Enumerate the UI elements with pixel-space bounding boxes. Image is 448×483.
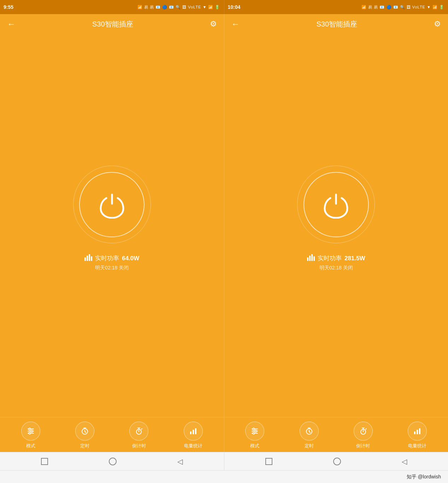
- right-power-button[interactable]: [303, 172, 369, 237]
- right-settings-button[interactable]: ⚙: [434, 19, 441, 29]
- left-nav-circle[interactable]: [109, 458, 117, 465]
- svg-rect-23: [190, 431, 191, 434]
- status-bar-left: 9:55 📶 易 易 📧 🔵 📧 🔍 🖼 VoLTE ▼ 📶 🔋: [0, 0, 224, 14]
- svg-rect-1: [87, 256, 88, 261]
- right-mode-icon-circle: [245, 422, 264, 441]
- signal-icons-right: 📶 易 易 📧 🔵 📧 🔍 🖼 VoLTE ▼ 📶 🔋: [361, 5, 444, 10]
- right-toolbar-mode[interactable]: 模式: [244, 422, 265, 449]
- left-nav-square[interactable]: [41, 458, 48, 465]
- left-stopwatch-icon: [135, 427, 143, 435]
- svg-line-34: [309, 431, 310, 433]
- svg-point-11: [29, 428, 30, 430]
- right-panel: ← S30智能插座 ⚙: [224, 14, 448, 417]
- svg-point-31: [253, 433, 255, 434]
- signal-icons-left: 📶 易 易 📧 🔵 📧 🔍 🖼 VoLTE ▼ 📶 🔋: [137, 5, 220, 10]
- bottom-toolbar-row: 模式 定时: [0, 417, 448, 452]
- left-power-button[interactable]: [79, 172, 145, 237]
- svg-rect-7: [313, 256, 315, 261]
- right-nav-square[interactable]: [265, 458, 272, 465]
- right-nav-bar: ◁: [224, 452, 448, 470]
- left-stats-label: 电量统计: [184, 443, 202, 449]
- svg-point-13: [29, 433, 30, 434]
- left-settings-button[interactable]: ⚙: [210, 19, 217, 29]
- left-toolbar: 模式 定时: [0, 417, 224, 452]
- watermark-bar: 知乎 @lordwish: [0, 470, 448, 483]
- left-chart-svg: [84, 254, 92, 261]
- left-countdown-icon-circle: [129, 422, 148, 441]
- status-time-left: 9:55: [4, 4, 13, 10]
- svg-rect-24: [193, 430, 194, 434]
- right-outer-ring: [297, 166, 375, 243]
- right-toolbar-timer[interactable]: 定时: [299, 422, 320, 449]
- status-bar-right: 10:04 📶 易 易 📧 🔵 📧 🔍 🖼 VoLTE ▼ 📶 🔋: [224, 0, 448, 14]
- right-toolbar-countdown[interactable]: 倒计时: [353, 422, 374, 449]
- right-bar-chart-icon: [307, 254, 315, 263]
- svg-rect-6: [311, 254, 313, 261]
- right-power-row: 实时功率 281.5W: [307, 254, 365, 263]
- right-back-button[interactable]: ←: [231, 19, 240, 29]
- left-title: S30智能插座: [92, 19, 133, 29]
- right-nav-back[interactable]: ◁: [402, 457, 407, 466]
- status-bar-row: 9:55 📶 易 易 📧 🔵 📧 🔍 🖼 VoLTE ▼ 📶 🔋 10:04 📶…: [0, 0, 448, 14]
- svg-rect-0: [84, 257, 86, 261]
- right-power-value: 281.5W: [344, 255, 365, 262]
- left-schedule: 明天02:18 关闭: [95, 265, 129, 271]
- left-toolbar-mode[interactable]: 模式: [20, 422, 41, 449]
- svg-rect-42: [417, 430, 418, 434]
- right-title: S30智能插座: [316, 19, 357, 29]
- right-barchart-icon: [413, 427, 422, 435]
- svg-rect-43: [419, 428, 420, 434]
- left-barchart-icon: [189, 427, 198, 435]
- left-nav-bar: ◁: [0, 452, 224, 470]
- right-chart-svg: [307, 254, 315, 261]
- right-header: ← S30智能插座 ⚙: [224, 14, 448, 34]
- right-timer-label: 定时: [305, 443, 314, 449]
- svg-line-40: [366, 429, 366, 429]
- left-timer-icon-circle: [75, 422, 94, 441]
- right-nav-circle[interactable]: [333, 458, 341, 465]
- right-schedule: 明天02:18 关闭: [319, 265, 353, 271]
- right-stopwatch-icon: [359, 427, 367, 435]
- right-toolbar: 模式 定时: [224, 417, 448, 452]
- svg-point-29: [253, 428, 255, 430]
- svg-rect-5: [309, 256, 311, 261]
- left-outer-ring: [73, 166, 151, 243]
- right-countdown-label: 倒计时: [356, 443, 370, 449]
- time-right: 10:04: [228, 4, 241, 10]
- right-clock-icon: [305, 427, 313, 435]
- status-time-right: 10:04: [228, 4, 241, 10]
- left-mode-label: 模式: [26, 443, 35, 449]
- svg-rect-3: [91, 256, 92, 261]
- left-timer-label: 定时: [80, 443, 89, 449]
- left-mode-icon-circle: [21, 422, 40, 441]
- left-bar-chart-icon: [84, 254, 92, 263]
- svg-rect-4: [307, 257, 308, 261]
- time-left: 9:55: [4, 4, 13, 10]
- right-toolbar-stats[interactable]: 电量统计: [407, 422, 428, 449]
- right-power-area: 实时功率 281.5W 明天02:18 关闭: [224, 34, 448, 417]
- left-header: ← S30智能插座 ⚙: [0, 14, 224, 34]
- right-timer-icon-circle: [300, 422, 319, 441]
- svg-point-30: [255, 430, 257, 432]
- left-clock-icon: [81, 427, 89, 435]
- status-icons-left: 📶 易 易 📧 🔵 📧 🔍 🖼 VoLTE ▼ 📶 🔋: [137, 5, 220, 10]
- svg-rect-41: [414, 431, 415, 434]
- right-stats-label: 电量统计: [408, 443, 426, 449]
- svg-line-22: [141, 429, 142, 429]
- left-nav-back[interactable]: ◁: [177, 457, 183, 466]
- left-toolbar-timer[interactable]: 定时: [74, 422, 95, 449]
- left-toolbar-stats[interactable]: 电量统计: [183, 422, 204, 449]
- panels-row: ← S30智能插座 ⚙: [0, 14, 448, 417]
- left-back-button[interactable]: ←: [7, 19, 16, 29]
- right-countdown-icon-circle: [354, 422, 373, 441]
- right-power-icon: [322, 190, 350, 219]
- left-power-stats: 实时功率 64.0W 明天02:18 关闭: [84, 254, 139, 271]
- left-toolbar-countdown[interactable]: 倒计时: [128, 422, 149, 449]
- right-sliders-icon: [250, 427, 259, 435]
- left-power-area: 实时功率 64.0W 明天02:18 关闭: [0, 34, 224, 417]
- svg-rect-2: [89, 254, 90, 261]
- left-countdown-label: 倒计时: [132, 443, 146, 449]
- left-power-label: 实时功率: [95, 254, 119, 262]
- svg-rect-25: [195, 428, 196, 434]
- svg-point-12: [31, 430, 33, 432]
